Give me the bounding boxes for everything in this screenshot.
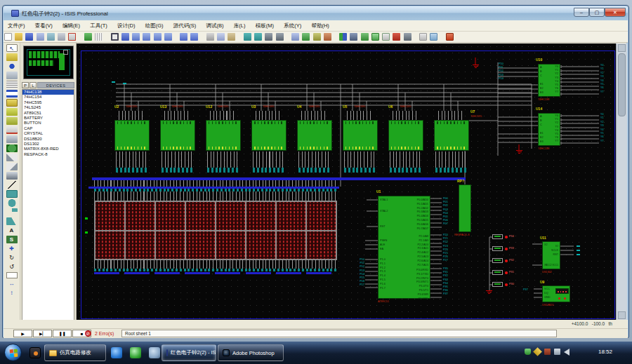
matrix-module[interactable] xyxy=(306,201,336,231)
pan-icon[interactable] xyxy=(121,33,129,41)
undo-icon[interactable] xyxy=(180,33,187,41)
virtual-instrument-tool[interactable] xyxy=(6,172,18,180)
device-item[interactable]: MATRIX-8X8-RED xyxy=(22,147,74,151)
matrix-module[interactable] xyxy=(125,231,155,260)
pick-parts-button[interactable]: P xyxy=(22,82,29,88)
play-button[interactable]: ▶ xyxy=(13,330,32,337)
redo-icon[interactable] xyxy=(190,33,198,41)
selection-tool[interactable]: ↖ xyxy=(6,44,18,52)
current-probe-tool[interactable] xyxy=(6,163,18,170)
menu-library[interactable]: 库(L) xyxy=(230,20,250,29)
2d-line-tool[interactable] xyxy=(6,181,18,189)
title-bar[interactable]: 红色电子钟2(2) - ISIS Professional – ▢ ✕ xyxy=(4,6,628,20)
packaging-tool-icon[interactable] xyxy=(313,33,321,41)
shift-register-body[interactable] xyxy=(206,120,241,151)
decoder-u14[interactable]: A B C E1 E2 E3 Y0 Y1 Y2 Y3 Y4 Y5 Y6 Y7 xyxy=(538,113,560,146)
make-device-icon[interactable] xyxy=(302,33,310,41)
device-item[interactable]: 74HC154 xyxy=(22,95,74,100)
internet-explorer-icon[interactable] xyxy=(111,347,122,358)
vertical-scrollbar[interactable] xyxy=(616,43,627,320)
device-item[interactable]: 74HC595 xyxy=(22,100,74,105)
matrix-module[interactable] xyxy=(246,201,276,231)
menu-tools[interactable]: 工具(T) xyxy=(86,20,112,29)
quicklaunch-cloud-icon[interactable] xyxy=(149,347,160,358)
netlist-to-ares-icon[interactable] xyxy=(446,33,454,41)
device-item[interactable]: BATTERY xyxy=(22,116,74,121)
error-icon[interactable]: ⊘ xyxy=(85,330,91,337)
matrix-module[interactable] xyxy=(306,231,336,260)
terminal-tool[interactable] xyxy=(6,108,18,116)
shift-register-body[interactable] xyxy=(251,120,287,151)
junction-dot-tool[interactable] xyxy=(6,62,18,70)
toggle-grid-icon[interactable] xyxy=(95,33,103,41)
temp-sensor-ds18b20[interactable]: VCC DQ GND xyxy=(542,285,570,302)
export-section-icon[interactable] xyxy=(47,33,55,41)
matrix-module[interactable] xyxy=(185,201,216,231)
component-tool[interactable] xyxy=(6,53,18,61)
redraw-icon[interactable] xyxy=(84,33,92,41)
tray-alert-icon[interactable] xyxy=(544,349,551,355)
block-delete-icon[interactable] xyxy=(276,33,284,41)
respack[interactable] xyxy=(459,184,471,232)
rotate-anticlockwise-tool[interactable]: ↺ xyxy=(6,263,18,271)
paste-icon[interactable] xyxy=(228,33,235,41)
task-photoshop[interactable]: Adobe Photoshop xyxy=(218,344,284,361)
led-dot-matrix[interactable] xyxy=(94,201,337,260)
menu-file[interactable]: 文件(F) xyxy=(4,20,29,29)
matrix-module[interactable] xyxy=(276,201,306,231)
library-button[interactable]: L xyxy=(29,82,37,88)
rtc-ds1302[interactable]: X2 X1 IO SCLK RST VCC2 VCC1 xyxy=(542,241,560,269)
2d-symbol-tool[interactable]: S xyxy=(6,236,18,243)
device-pin-tool[interactable] xyxy=(6,117,18,125)
open-design-icon[interactable] xyxy=(15,33,22,41)
wire-label-tool[interactable] xyxy=(6,72,18,79)
rotate-clockwise-tool[interactable]: ↻ xyxy=(6,254,18,262)
device-item[interactable]: DS18B20 xyxy=(22,137,74,142)
matrix-module[interactable] xyxy=(95,201,125,231)
mcu-at89c51[interactable]: XTAL1 XTAL2 RST PSEN ALE EA P1.0 P1.1 P1… xyxy=(378,196,430,299)
tape-recorder-tool[interactable] xyxy=(6,135,18,143)
pick-device-icon[interactable] xyxy=(291,33,299,41)
matrix-module[interactable] xyxy=(155,201,185,231)
rotation-angle-field[interactable] xyxy=(6,272,18,278)
block-move-icon[interactable] xyxy=(254,33,262,41)
matrix-module[interactable] xyxy=(125,201,155,231)
menu-system[interactable]: 系统(Y) xyxy=(279,20,305,29)
matrix-module[interactable] xyxy=(246,231,276,260)
menu-source[interactable]: 源代码(S) xyxy=(169,20,201,29)
task-folder-window[interactable]: 仿真电路修改 xyxy=(44,344,106,361)
bus-tool[interactable] xyxy=(6,90,18,97)
pause-button[interactable]: ❚❚ xyxy=(53,330,72,337)
matrix-module[interactable] xyxy=(216,231,246,260)
cut-icon[interactable] xyxy=(206,33,214,41)
zoom-in-icon[interactable] xyxy=(132,33,140,41)
device-item[interactable]: CAP xyxy=(22,126,74,131)
goto-sheet-icon[interactable] xyxy=(404,33,412,41)
wire-autorouter-icon[interactable] xyxy=(339,33,347,41)
device-item[interactable]: BUTTON xyxy=(22,121,74,126)
import-section-icon[interactable] xyxy=(37,33,44,41)
shift-register-body[interactable] xyxy=(160,120,195,151)
step-button[interactable]: ▶▏ xyxy=(33,330,52,337)
quicklaunch-green-icon[interactable] xyxy=(130,347,141,358)
tray-volume-icon[interactable] xyxy=(564,349,570,356)
error-count[interactable]: 2 Erro(s) xyxy=(95,331,114,336)
property-assignment-icon[interactable] xyxy=(361,33,369,41)
2d-circle-tool[interactable] xyxy=(6,199,18,207)
new-design-icon[interactable] xyxy=(4,33,12,41)
zoom-area-icon[interactable] xyxy=(164,33,172,41)
device-item[interactable]: 74LS245 xyxy=(22,105,74,110)
menu-edit[interactable]: 编辑(E) xyxy=(58,20,84,29)
quicklaunch-media-icon[interactable] xyxy=(29,347,41,358)
2d-marker-tool[interactable]: ✚ xyxy=(6,245,18,252)
decoder-u10[interactable]: A B C E1 E2 E3 Y0 Y1 Y2 Y3 Y4 Y5 Y6 Y7 xyxy=(538,64,560,97)
task-isis-window[interactable]: 红色电子钟2(2) - ISI... xyxy=(162,344,216,361)
start-button[interactable] xyxy=(4,344,22,361)
tray-network-icon[interactable] xyxy=(554,349,560,355)
save-design-icon[interactable] xyxy=(25,33,33,41)
scroll-down-arrow[interactable] xyxy=(618,311,626,319)
2d-box-tool[interactable] xyxy=(6,190,18,198)
schematic-canvas[interactable]: U2 74HC595 U13 74HC595 U12 74HC595 xyxy=(77,43,616,320)
text-script-tool[interactable] xyxy=(6,81,18,88)
menu-help[interactable]: 帮助(H) xyxy=(307,20,333,29)
